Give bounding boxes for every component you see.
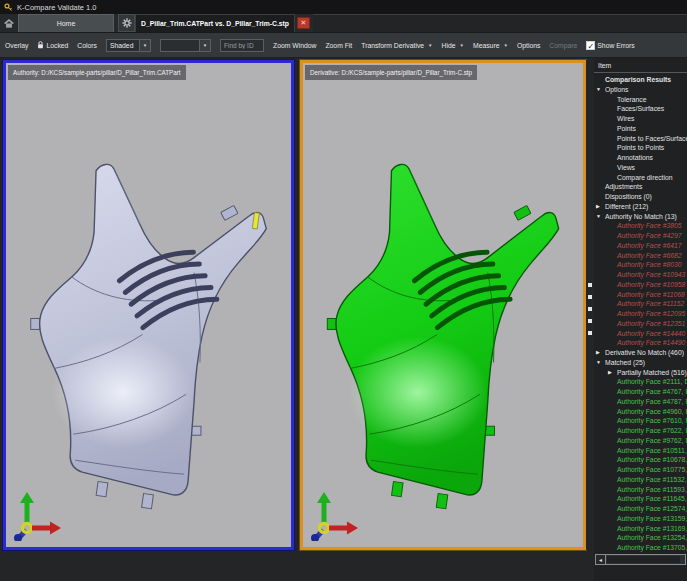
tree-item[interactable]: Authority Face #10958	[594, 280, 687, 290]
tree-item[interactable]: Annotations	[594, 153, 687, 163]
tree-item[interactable]: ▶Partially Matched (516)	[594, 368, 687, 378]
tree-item[interactable]: Authority Face #4787, De	[594, 397, 687, 407]
tree-item[interactable]: ▼Options	[594, 85, 687, 95]
tree-item[interactable]: Wires	[594, 114, 687, 124]
tree-item-label: Options	[605, 85, 628, 95]
authority-path-label: Authority: D:/KCS/sample-parts/pillar/D_…	[13, 69, 181, 76]
tree-item[interactable]: Authority Face #13254, D	[594, 533, 687, 543]
tree-item-label: Authority Face #7610, De	[617, 416, 687, 426]
zoom-fit-button[interactable]: Zoom Fit	[325, 42, 352, 49]
tree-item[interactable]: Authority Face #12095	[594, 309, 687, 319]
tree-item[interactable]: Authority Face #10678, D	[594, 455, 687, 465]
tree-item[interactable]: Authority Face #7610, De	[594, 416, 687, 426]
tree-item-label: Different (212)	[605, 202, 648, 212]
tree-item[interactable]: Authority Face #13705, D	[594, 543, 687, 553]
tree-item[interactable]: Faces/Surfaces	[594, 104, 687, 114]
axis-triad-icon	[309, 491, 359, 541]
render-mode-value: Shaded	[106, 39, 140, 52]
scrollbar-thumb[interactable]	[607, 556, 680, 563]
tree-item[interactable]: Tolerance	[594, 95, 687, 105]
tree-item[interactable]: ▼Matched (25)	[594, 358, 687, 368]
find-by-id-input[interactable]	[220, 39, 264, 52]
tree-item[interactable]: Authority Face #14490	[594, 338, 687, 348]
derivative-part-model[interactable]	[303, 63, 583, 547]
tree-item[interactable]: Compare direction	[594, 173, 687, 183]
tree-item[interactable]: Views	[594, 163, 687, 173]
show-errors-toggle[interactable]: ✓ Show Errors	[586, 41, 634, 50]
tree-item[interactable]: Authority Face #11068	[594, 290, 687, 300]
hide-button[interactable]: Hide ▼	[442, 42, 464, 49]
chevron-expanded-icon[interactable]: ▼	[596, 212, 605, 222]
home-icon[interactable]	[0, 14, 18, 32]
tree-item[interactable]: Authority Face #11645, D	[594, 494, 687, 504]
tree-item[interactable]: Adjustments	[594, 182, 687, 192]
tree-item[interactable]: Authority Face #2111, De	[594, 377, 687, 387]
checkbox-checked-icon[interactable]: ✓	[586, 41, 595, 50]
tree-item[interactable]: Authority Face #4297	[594, 231, 687, 241]
chevron-down-icon[interactable]: ▼	[200, 39, 211, 52]
tree-item[interactable]: Points	[594, 124, 687, 134]
tree-item[interactable]: Authority Face #3805	[594, 221, 687, 231]
tree-item-label: Authority Face #10511, D	[617, 446, 687, 456]
tree-item[interactable]: ▶Different (212)	[594, 202, 687, 212]
tree-item[interactable]: Authority Face #8030	[594, 260, 687, 270]
chevron-down-icon[interactable]: ▼	[140, 39, 151, 52]
tree-column-header[interactable]: Item	[594, 58, 687, 73]
colors-button[interactable]: Colors	[77, 42, 97, 49]
tree-item[interactable]: Authority Face #4960, De	[594, 407, 687, 417]
derivative-viewport[interactable]: Derivative: D:/KCS/sample-parts/pillar/D…	[300, 60, 586, 550]
tree-item[interactable]: Authority Face #7622, De	[594, 426, 687, 436]
tree-item-label: Partially Matched (516)	[617, 368, 687, 378]
tree-item-label: Dispositions (0)	[605, 192, 652, 202]
tree-item[interactable]: Authority Face #14440	[594, 329, 687, 339]
tree-item-label: Faces/Surfaces	[617, 104, 664, 114]
tree-item[interactable]: Dispositions (0)	[594, 192, 687, 202]
tree-item[interactable]: Authority Face #6417	[594, 241, 687, 251]
tree-item[interactable]: ▶Derivative No Match (460)	[594, 348, 687, 358]
tree-item[interactable]: Authority Face #9762, De	[594, 436, 687, 446]
close-icon[interactable]: ✕	[297, 17, 310, 29]
tree-item[interactable]: Authority Face #13169, D	[594, 524, 687, 534]
tab-home[interactable]: Home	[18, 14, 114, 32]
render-mode-select[interactable]: Shaded ▼	[106, 39, 151, 52]
tab-document[interactable]: D_Pillar_Trim.CATPart vs. D_Pillar_Trim-…	[135, 14, 295, 32]
compare-button[interactable]: Compare	[549, 42, 577, 49]
tree-item[interactable]: Authority Face #6682	[594, 251, 687, 261]
gear-icon[interactable]	[118, 14, 135, 32]
tree-item[interactable]: Authority Face #10511, D	[594, 446, 687, 456]
tree-item[interactable]: Authority Face #12574, D	[594, 504, 687, 514]
authority-part-model[interactable]	[6, 63, 291, 547]
tree-item[interactable]: Authority Face #4767, De	[594, 387, 687, 397]
tree-item[interactable]: Authority Face #10943	[594, 270, 687, 280]
tree-item[interactable]: Authority Face #13159, D	[594, 514, 687, 524]
tree-item-label: Authority Face #14490	[617, 338, 685, 348]
tree-item[interactable]: Points to Faces/Surfaces	[594, 134, 687, 144]
tree-item[interactable]: Authority Face #12351	[594, 319, 687, 329]
transform-derivative-button[interactable]: Transform Derivative ▼	[361, 42, 432, 49]
locked-label: Locked	[46, 42, 68, 49]
tree-item[interactable]: Authority Face #11593, D	[594, 485, 687, 495]
authority-viewport[interactable]: Authority: D:/KCS/sample-parts/pillar/D_…	[3, 60, 294, 550]
chevron-expanded-icon[interactable]: ▼	[596, 358, 605, 368]
empty-select[interactable]: ▼	[160, 39, 211, 52]
tree-item[interactable]: Authority Face #11152	[594, 299, 687, 309]
scroll-left-icon[interactable]: ◄	[595, 554, 606, 565]
tree-item[interactable]: Comparison Results	[594, 75, 687, 85]
locked-button[interactable]: Locked	[37, 41, 68, 49]
tree-item[interactable]: ▼Authority No Match (13)	[594, 212, 687, 222]
overlay-button[interactable]: Overlay	[5, 42, 28, 49]
tree-horizontal-scrollbar[interactable]: ◄	[595, 554, 686, 565]
chevron-collapsed-icon[interactable]: ▶	[596, 202, 605, 212]
tree-item[interactable]: Authority Face #10775, D	[594, 465, 687, 475]
measure-button[interactable]: Measure ▼	[473, 42, 508, 49]
scrollbar-track[interactable]	[606, 554, 686, 565]
chevron-down-icon: ▼	[428, 43, 432, 48]
chevron-collapsed-icon[interactable]: ▶	[596, 348, 605, 358]
zoom-window-button[interactable]: Zoom Window	[273, 42, 316, 49]
options-button[interactable]: Options	[517, 42, 540, 49]
chevron-expanded-icon[interactable]: ▼	[596, 85, 605, 95]
tree-item[interactable]: Authority Face #11532, D	[594, 475, 687, 485]
window-title: K-Compare Validate 1.0	[17, 3, 97, 12]
chevron-collapsed-icon[interactable]: ▶	[608, 368, 617, 378]
tree-item[interactable]: Points to Points	[594, 143, 687, 153]
